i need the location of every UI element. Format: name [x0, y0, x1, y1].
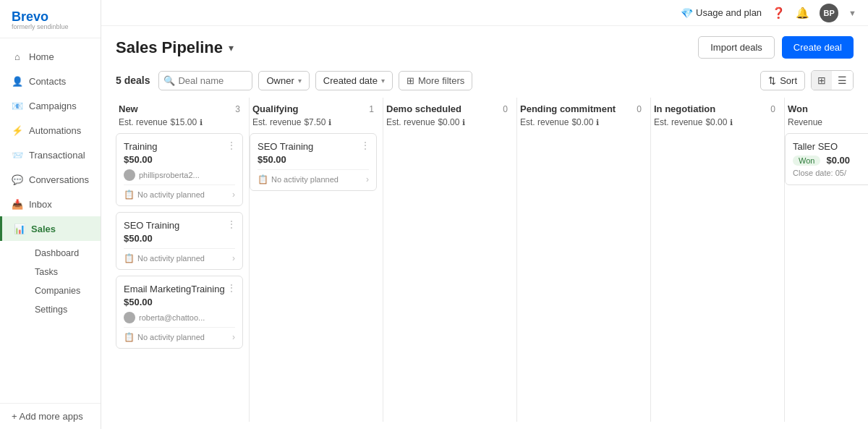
activity-chevron-icon[interactable]: ›	[232, 332, 235, 342]
sidebar-item-home[interactable]: ⌂ Home	[0, 44, 101, 69]
column-pending: Pending commitment 0 Est. revenue $0.00 …	[517, 98, 651, 422]
sidebar-sub-dashboard[interactable]: Dashboard	[23, 244, 101, 263]
card-value: $50.00	[124, 233, 235, 244]
column-demo-cards	[383, 130, 511, 422]
created-date-filter-button[interactable]: Created date ▾	[315, 71, 393, 90]
card-title: Training	[124, 141, 235, 152]
column-demo-info-icon[interactable]: ℹ	[462, 118, 465, 127]
import-deals-button[interactable]: Import deals	[698, 36, 775, 59]
sidebar-nav: ⌂ Home 👤 Contacts 📧 Campaigns ⚡ Automati…	[0, 38, 101, 403]
deal-card-email-marketing[interactable]: ⋮ Email MarketingTraining $50.00 roberta…	[116, 276, 243, 349]
sidebar-item-inbox[interactable]: 📥 Inbox	[0, 192, 101, 216]
column-negotiation-revenue-label: Est. revenue	[654, 117, 702, 127]
card-menu-icon[interactable]: ⋮	[226, 140, 237, 151]
activity-icon: 📋	[258, 174, 268, 184]
column-negotiation-count: 0	[770, 104, 775, 114]
column-qualifying-revenue-value: $7.50	[304, 117, 326, 127]
page-header: Sales Pipeline ▾ Import deals Create dea…	[101, 26, 868, 66]
sidebar-sub-companies[interactable]: Companies	[23, 281, 101, 300]
column-qualifying-count: 1	[369, 104, 374, 114]
add-more-apps[interactable]: + Add more apps	[0, 403, 101, 429]
card-activity: 📋 No activity planned ›	[124, 327, 235, 342]
logo: Brevo formerly sendinblue	[0, 0, 101, 38]
sidebar-label-conversations: Conversations	[29, 174, 89, 185]
sidebar-label-automations: Automations	[29, 125, 81, 136]
sort-label: Sort	[780, 75, 797, 86]
activity-chevron-icon[interactable]: ›	[232, 253, 235, 263]
column-qualifying-header: Qualifying 1 Est. revenue $7.50 ℹ	[250, 98, 377, 130]
sidebar-item-sales[interactable]: 📊 Sales	[0, 216, 101, 241]
card-value: $50.00	[124, 154, 235, 165]
view-toggle: ⊞ ☰	[811, 70, 854, 90]
sidebar-sub-sales: Dashboard Tasks Companies Settings	[0, 241, 101, 322]
automations-icon: ⚡	[12, 124, 23, 136]
logo-sub: formerly sendinblue	[12, 23, 89, 30]
column-new: New 3 Est. revenue $15.00 ℹ ⋮ Training $…	[116, 98, 250, 422]
column-negotiation-cards	[651, 130, 778, 422]
deal-card-taller-seo[interactable]: Taller SEO Won $0.00 Close date: 05/	[785, 133, 868, 185]
deal-card-qualifying-seo[interactable]: ⋮ SEO Training $50.00 📋 No activity plan…	[250, 133, 377, 191]
column-qualifying-revenue-label: Est. revenue	[252, 117, 301, 127]
column-new-cards: ⋮ Training $50.00 phillipsroberta2... 📋 …	[116, 130, 243, 422]
usage-and-plan[interactable]: 💎 Usage and plan	[681, 7, 762, 19]
avatar[interactable]: BP	[820, 4, 838, 22]
sidebar-item-automations[interactable]: ⚡ Automations	[0, 118, 101, 143]
owner-avatar-icon	[124, 312, 135, 323]
sidebar-label-campaigns: Campaigns	[29, 101, 77, 111]
sidebar-item-transactional[interactable]: 📨 Transactional	[0, 143, 101, 167]
card-menu-icon[interactable]: ⋮	[226, 282, 237, 294]
column-qualifying-cards: ⋮ SEO Training $50.00 📋 No activity plan…	[250, 130, 377, 422]
deal-card-training[interactable]: ⋮ Training $50.00 phillipsroberta2... 📋 …	[116, 133, 243, 206]
help-icon[interactable]: ❓	[772, 7, 786, 20]
column-won-header: Won Revenue	[785, 98, 868, 130]
column-negotiation: In negotiation 0 Est. revenue $0.00 ℹ	[651, 98, 785, 422]
sidebar-item-campaigns[interactable]: 📧 Campaigns	[0, 93, 101, 118]
avatar-caret-icon: ▼	[848, 9, 856, 17]
transactional-icon: 📨	[12, 149, 23, 161]
sidebar-item-contacts[interactable]: 👤 Contacts	[0, 69, 101, 93]
usage-label: Usage and plan	[696, 7, 762, 18]
column-pending-count: 0	[637, 104, 642, 114]
main-content: 💎 Usage and plan ❓ 🔔 BP ▼ Sales Pipeline…	[101, 0, 868, 429]
won-close-date: Close date: 05/	[793, 169, 868, 177]
owner-filter-button[interactable]: Owner ▾	[258, 71, 309, 90]
card-menu-icon[interactable]: ⋮	[360, 140, 370, 151]
kanban-view-button[interactable]: ⊞	[812, 71, 832, 90]
sidebar-sub-tasks[interactable]: Tasks	[23, 263, 101, 281]
card-activity: 📋 No activity planned ›	[124, 248, 235, 263]
card-title: Email MarketingTraining	[124, 284, 235, 294]
column-qualifying-info-icon[interactable]: ℹ	[328, 118, 331, 127]
sidebar-sub-settings[interactable]: Settings	[23, 300, 101, 319]
column-negotiation-title: In negotiation	[654, 103, 715, 114]
card-value: $50.00	[124, 297, 235, 307]
contacts-icon: 👤	[12, 75, 23, 87]
created-date-caret-icon: ▾	[381, 77, 385, 85]
inbox-icon: 📥	[12, 198, 23, 210]
column-won-cards: Taller SEO Won $0.00 Close date: 05/	[785, 130, 868, 422]
activity-chevron-icon[interactable]: ›	[366, 174, 369, 184]
bell-icon[interactable]: 🔔	[796, 7, 809, 20]
create-deal-button[interactable]: Create deal	[782, 36, 854, 59]
owner-name: phillipsroberta2...	[139, 171, 200, 179]
sort-button[interactable]: ⇅ Sort	[760, 71, 805, 90]
campaigns-icon: 📧	[12, 100, 23, 111]
column-negotiation-info-icon[interactable]: ℹ	[730, 118, 733, 127]
column-new-info-icon[interactable]: ℹ	[200, 118, 203, 127]
kanban-board: New 3 Est. revenue $15.00 ℹ ⋮ Training $…	[116, 98, 854, 422]
list-view-button[interactable]: ☰	[832, 71, 853, 90]
card-activity: 📋 No activity planned ›	[258, 169, 369, 184]
more-filters-button[interactable]: ⊞ More filters	[399, 71, 472, 90]
deal-card-seo-training[interactable]: ⋮ SEO Training $50.00 📋 No activity plan…	[116, 212, 243, 270]
card-menu-icon[interactable]: ⋮	[226, 218, 237, 230]
deals-count: 5 deals	[116, 75, 150, 86]
column-pending-info-icon[interactable]: ℹ	[596, 118, 599, 127]
sidebar: Brevo formerly sendinblue ⌂ Home 👤 Conta…	[0, 0, 101, 429]
sidebar-item-conversations[interactable]: 💬 Conversations	[0, 167, 101, 192]
column-won-title: Won	[788, 103, 808, 114]
activity-chevron-icon[interactable]: ›	[232, 190, 235, 200]
page-title-chevron-icon[interactable]: ▾	[229, 42, 234, 54]
activity-label: No activity planned	[137, 190, 205, 199]
owner-filter-caret-icon: ▾	[298, 77, 302, 85]
kanban-area: New 3 Est. revenue $15.00 ℹ ⋮ Training $…	[101, 98, 868, 429]
activity-label: No activity planned	[137, 254, 205, 263]
